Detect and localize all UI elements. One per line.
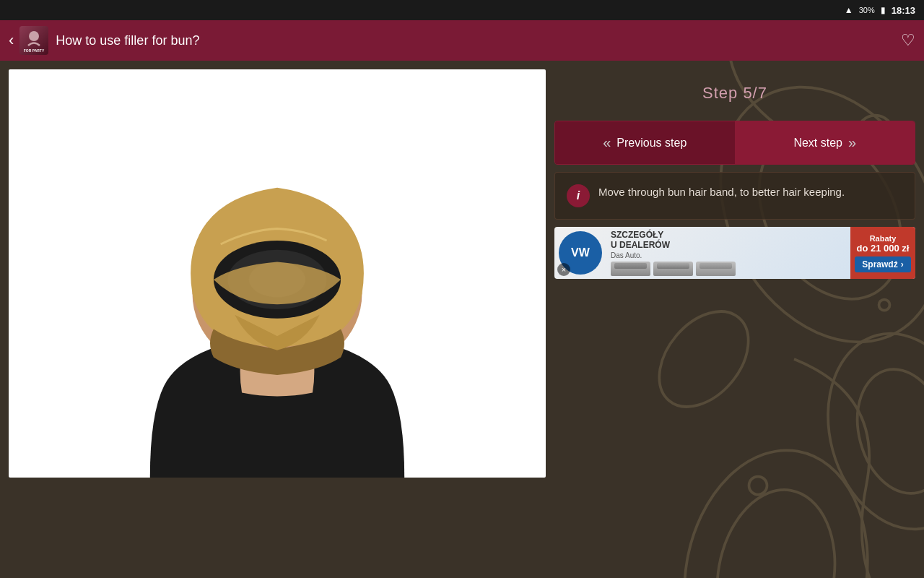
ad-rabaty-label: Rabaty [870, 234, 897, 243]
step-indicator: Step 5/7 [554, 69, 915, 113]
prev-step-button[interactable]: « Previous step [555, 121, 736, 164]
clock: 18:13 [892, 5, 915, 16]
ad-cta-button[interactable]: Sprawdź › [855, 256, 910, 272]
app-title: How to use filler for bun? [56, 33, 901, 48]
prev-step-label: Previous step [616, 137, 687, 150]
ad-right-panel: Rabaty do 21 000 zł Sprawdź › [850, 227, 915, 279]
ad-close-button[interactable]: × [557, 263, 570, 276]
app-bar: ‹ FOR PARTY How to use filler for bun? ♡ [0, 20, 924, 61]
ad-dealer-line1: SZCZEGÓŁY [611, 230, 846, 240]
battery-level: 30% [859, 6, 875, 14]
prev-arrow-icon: « [603, 134, 611, 151]
app-icon-inner: FOR PARTY [19, 26, 48, 55]
hair-figure-svg [9, 69, 546, 478]
app-icon: FOR PARTY [19, 26, 48, 55]
back-button[interactable]: ‹ [9, 31, 14, 50]
step-image [9, 69, 546, 478]
favorite-button[interactable]: ♡ [901, 31, 915, 50]
ad-banner[interactable]: VW SZCZEGÓŁY U DEALERÓW Das Auto. [554, 227, 915, 279]
right-panel: Step 5/7 « Previous step Next step » i M… [554, 61, 924, 578]
ad-dealer-line2: U DEALERÓW [611, 240, 846, 250]
status-bar-right: ▲ 30% ▮ 18:13 [845, 5, 915, 16]
image-panel [0, 61, 554, 578]
next-arrow-icon: » [848, 134, 856, 151]
status-bar: ▲ 30% ▮ 18:13 [0, 0, 924, 20]
step-label: Step 5/7 [702, 84, 767, 102]
vw-logo-text: VW [571, 246, 590, 259]
nav-buttons: « Previous step Next step » [554, 121, 915, 165]
ad-amount: do 21 000 zł [857, 243, 910, 254]
info-box: i Move through bun hair band, to better … [554, 172, 915, 220]
next-step-button[interactable]: Next step » [736, 121, 915, 164]
ad-content: VW SZCZEGÓŁY U DEALERÓW Das Auto. [554, 227, 915, 279]
ad-brand: Das Auto. [611, 251, 846, 259]
next-step-label: Next step [793, 137, 842, 150]
info-text: Move through bun hair band, to better ha… [598, 184, 845, 201]
content-area: Step 5/7 « Previous step Next step » i M… [0, 61, 924, 578]
app-logo-svg: FOR PARTY [21, 27, 47, 53]
wifi-icon: ▲ [845, 5, 853, 15]
ad-middle: SZCZEGÓŁY U DEALERÓW Das Auto. [606, 227, 850, 279]
battery-icon: ▮ [881, 5, 886, 15]
svg-text:FOR PARTY: FOR PARTY [24, 48, 45, 53]
info-icon: i [567, 184, 590, 207]
svg-point-0 [29, 31, 39, 41]
